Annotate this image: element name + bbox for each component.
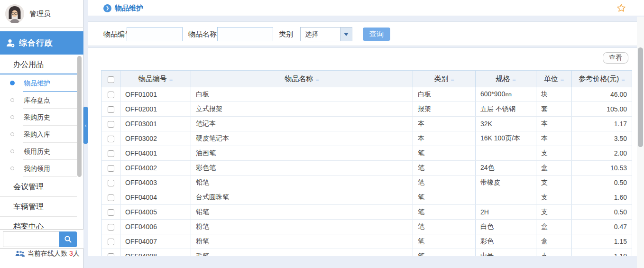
sort-menu-icon[interactable]: ≡ [621,75,625,83]
online-users-row: 当前在线人数 3人 [0,249,83,259]
sidebar-collapse-handle[interactable]: ‹ [83,107,88,144]
cell: 0.50 [572,176,632,190]
sidebar-scrollbar[interactable] [77,56,82,177]
bullet-icon [10,81,15,85]
table-row[interactable]: OFF04007粉笔笔彩色盒1.15 [101,234,632,249]
row-checkbox[interactable] [108,150,114,157]
row-checkbox[interactable] [108,209,114,216]
sidebar-item-purchase-inbound[interactable]: 采购入库 [0,126,77,143]
cell: 白板 [413,87,476,102]
sort-menu-icon[interactable]: ≡ [561,75,564,83]
chevron-down-icon[interactable] [340,28,352,41]
table-row[interactable]: OFF04003铅笔笔带橡皮支0.50 [101,176,632,190]
title-bar: ❯ 物品维护 [88,0,644,16]
sidebar-section-vehicle-management[interactable]: 车辆管理 [0,197,77,217]
module-bar[interactable]: 综合行政 [0,31,83,55]
sidebar: 管理员 综合行政 办公用品 物品维护 库存盘点 [0,0,83,268]
cell: 带橡皮 [476,176,536,190]
row-checkbox[interactable] [108,253,114,256]
sidebar-item-item-maintenance[interactable]: 物品维护 [0,74,77,92]
column-header[interactable]: 单位≡ [536,71,572,87]
cell: 硬皮笔记本 [191,131,413,146]
cell: 1.60 [572,190,632,205]
row-checkbox[interactable] [108,224,114,231]
cell: 五层 不锈钢 [476,102,536,117]
column-header[interactable]: 规格≡ [476,71,536,87]
cell: 彩色 [476,234,536,249]
row-checkbox[interactable] [108,194,114,201]
cell: 0.50 [572,205,632,220]
cell: 粉笔 [191,234,413,249]
sort-menu-icon[interactable]: ≡ [451,75,454,83]
cell: 盒 [536,161,572,176]
cell: 白色 [476,220,536,234]
row-checkbox[interactable] [108,239,114,245]
sidebar-item-my-usage[interactable]: 我的领用 [0,160,77,177]
favorite-star-icon[interactable] [616,3,626,13]
cell: OFF03002 [120,131,191,146]
cell: 盒 [536,234,572,249]
scrollbar-thumb[interactable] [638,47,643,147]
cell: OFF04003 [120,176,191,190]
sidebar-search-button[interactable] [59,231,77,247]
table-row[interactable]: OFF04002彩色笔笔24色盒10.53 [101,161,632,176]
row-checkbox[interactable] [108,180,114,186]
table-row[interactable]: OFF02001立式报架报架五层 不锈钢套105.00 [101,102,632,117]
item-name-input[interactable] [217,27,273,41]
sidebar-item-inventory-check[interactable]: 库存盘点 [0,92,77,109]
row-checkbox[interactable] [108,106,114,113]
table-row[interactable]: OFF04006粉笔笔白色盒0.47 [101,220,632,234]
table-row[interactable]: OFF04004台式圆珠笔笔支1.60 [101,190,632,205]
main-scrollbar[interactable] [637,17,644,268]
item-name-label: 物品名称 [188,22,217,46]
sort-menu-icon[interactable]: ≡ [315,75,319,83]
view-button[interactable]: 查看 [603,52,628,64]
cell: 笔 [413,161,476,176]
bullet-icon [10,132,14,136]
row-checkbox[interactable] [108,165,114,172]
table-row[interactable]: OFF01001白板白板600*900㎜块46.00 [101,87,632,102]
table-row[interactable]: OFF04001油画笔笔支2.00 [101,146,632,161]
sidebar-section-meeting-management[interactable]: 会议管理 [0,177,77,197]
cell: 2.00 [572,146,632,161]
row-checkbox[interactable] [108,92,114,98]
cell: 1.15 [572,234,632,249]
sort-menu-icon[interactable]: ≡ [512,75,516,83]
table-row[interactable]: OFF04008毛笔笔中号支1.10 [101,249,632,257]
sidebar-item-usage-history[interactable]: 领用历史 [0,143,77,160]
bullet-icon [10,115,14,119]
user-name: 管理员 [29,0,51,28]
sidebar-item-purchase-history[interactable]: 采购历史 [0,109,77,126]
query-button[interactable]: 查询 [363,28,390,41]
cell: 台式圆珠笔 [191,190,413,205]
cell: 块 [536,87,572,102]
sidebar-section-office-supplies[interactable]: 办公用品 [0,55,77,74]
cell: 粉笔 [191,220,413,234]
table-row[interactable]: OFF03002硬皮笔记本本16K 100页/本本3.50 [101,131,632,146]
table-row[interactable]: OFF03001笔记本本32K本1.17 [101,117,632,131]
column-header[interactable]: 参考价格(元)≡ [572,71,632,87]
category-select[interactable]: 选择 [300,27,352,41]
item-code-input[interactable] [127,27,183,41]
sort-menu-icon[interactable]: ≡ [169,75,173,83]
column-header[interactable]: 物品编号≡ [120,71,191,87]
table-header-row: 物品编号≡物品名称≡类别≡规格≡单位≡参考价格(元)≡ [101,71,632,87]
cell: OFF04006 [120,220,191,234]
table-row[interactable]: OFF04005铅笔笔2H支0.50 [101,205,632,220]
select-all-checkbox[interactable] [108,76,114,83]
column-header[interactable]: 物品名称≡ [191,71,413,87]
row-checkbox[interactable] [108,136,114,142]
cell: 白板 [191,87,413,102]
row-checkbox[interactable] [108,121,114,128]
online-count: 3 [69,250,73,257]
sidebar-menu: 办公用品 物品维护 库存盘点 采购历史 采购入库 [0,55,77,237]
sidebar-search-input[interactable] [3,231,59,247]
cell: OFF04005 [120,205,191,220]
cell: OFF04008 [120,249,191,257]
bullet-icon [10,149,14,153]
bullet-icon [10,98,14,102]
cell: OFF03001 [120,117,191,131]
cell: 24色 [476,161,536,176]
column-header[interactable]: 类别≡ [413,71,476,87]
user-card: 管理员 [0,0,83,28]
